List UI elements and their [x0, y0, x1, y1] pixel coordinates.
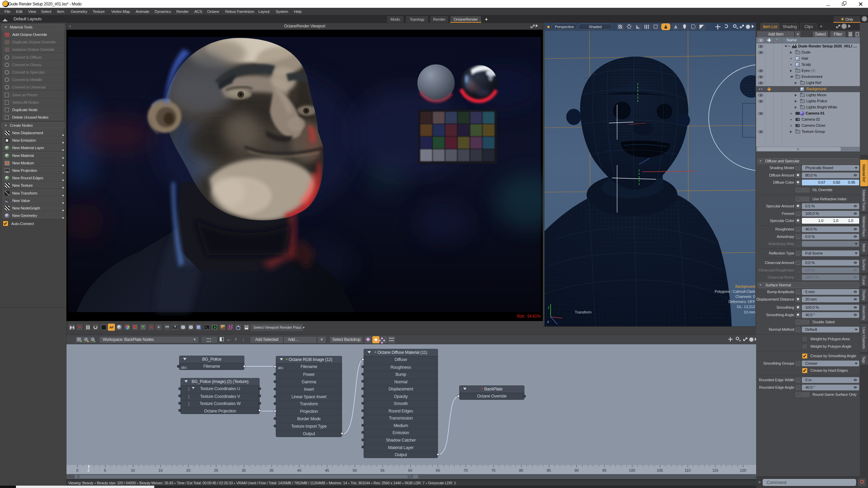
svg-text:Polygons : Catmull-Clark: Polygons : Catmull-Clark [715, 289, 755, 293]
svg-text:z: z [547, 320, 549, 324]
svg-text:10 mm: 10 mm [744, 310, 755, 314]
svg-text:Size : 54.61%: Size : 54.61% [517, 314, 541, 319]
svg-text:y: y [548, 305, 550, 309]
svg-text:Channels: 0: Channels: 0 [735, 294, 755, 299]
svg-text:Transform: Transform [575, 310, 591, 314]
svg-text:GL: 13,312: GL: 13,312 [737, 305, 755, 309]
svg-text:Background: Background [735, 284, 755, 288]
svg-text:Deformers: OFF: Deformers: OFF [728, 300, 755, 304]
